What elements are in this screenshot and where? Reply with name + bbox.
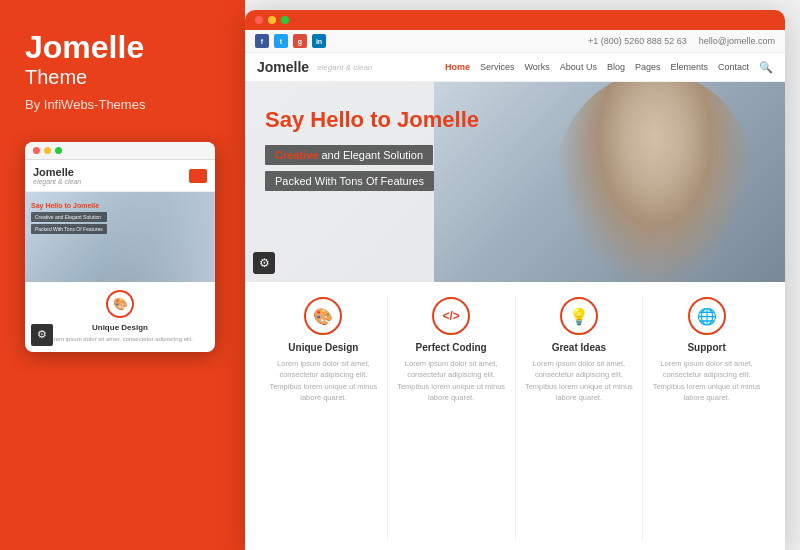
hero-content: Say Hello to Jomelle Creative and Elegan… xyxy=(265,107,479,195)
browser-dot-yellow xyxy=(268,16,276,24)
search-icon[interactable]: 🔍 xyxy=(759,61,773,74)
mobile-hero-line1: Creative and Elegant Solution xyxy=(31,212,107,222)
mobile-feature-title: Unique Design xyxy=(92,323,148,332)
dot-red xyxy=(33,147,40,154)
mobile-hero-person xyxy=(101,192,215,282)
browser-dot-red xyxy=(255,16,263,24)
feature-text-1: Lorem ipsum dolor sit amet, consectetur … xyxy=(396,358,507,403)
feature-support: 🌐 Support Lorem ipsum dolor sit amet, co… xyxy=(643,297,770,540)
hero-person-image xyxy=(555,82,755,282)
dot-yellow xyxy=(44,147,51,154)
hero-gear-button[interactable]: ⚙ xyxy=(253,252,275,274)
ideas-icon: 💡 xyxy=(560,297,598,335)
desktop-browser-content: f t g in +1 (800) 5260 888 52 63 hello@j… xyxy=(245,30,785,550)
site-header: Jomelle elegant & clean Home Services Wo… xyxy=(245,53,785,82)
features-section: 🎨 Unique Design Lorem ipsum dolor sit am… xyxy=(245,282,785,550)
mobile-hero: Say Hello to Jomelle Creative and Elegan… xyxy=(25,192,215,282)
linkedin-icon[interactable]: in xyxy=(312,34,326,48)
desktop-browser-topbar xyxy=(245,10,785,30)
right-panel: f t g in +1 (800) 5260 888 52 63 hello@j… xyxy=(245,10,785,550)
nav-blog[interactable]: Blog xyxy=(607,62,625,72)
brand-title: Jomelle xyxy=(25,30,144,65)
feature-title-2: Great Ideas xyxy=(552,342,606,353)
feature-great-ideas: 💡 Great Ideas Lorem ipsum dolor sit amet… xyxy=(516,297,644,540)
phone-number: +1 (800) 5260 888 52 63 xyxy=(588,36,687,46)
nav-pages[interactable]: Pages xyxy=(635,62,661,72)
site-logo: Jomelle xyxy=(257,59,309,75)
feature-perfect-coding: </> Perfect Coding Lorem ipsum dolor sit… xyxy=(388,297,516,540)
left-panel: Jomelle Theme By InfiWebs-Themes Jomelle… xyxy=(0,0,245,550)
mobile-hamburger-btn[interactable] xyxy=(189,169,207,183)
mobile-top-bar xyxy=(25,142,215,160)
unique-design-icon: 🎨 xyxy=(304,297,342,335)
hero-title: Say Hello to Jomelle xyxy=(265,107,479,133)
site-logo-tagline: elegant & clean xyxy=(317,63,372,72)
by-line: By InfiWebs-Themes xyxy=(25,97,145,112)
site-hero: Say Hello to Jomelle Creative and Elegan… xyxy=(245,82,785,282)
feature-title-3: Support xyxy=(687,342,725,353)
nav-about[interactable]: About Us xyxy=(560,62,597,72)
support-icon: 🌐 xyxy=(688,297,726,335)
nav-elements[interactable]: Elements xyxy=(670,62,708,72)
feature-title-0: Unique Design xyxy=(288,342,358,353)
mobile-gear-button[interactable]: ⚙ xyxy=(31,324,53,346)
email-address: hello@jomelle.com xyxy=(699,36,775,46)
mobile-hero-content: Say Hello to Jomelle Creative and Elegan… xyxy=(31,202,107,236)
mobile-hero-line2: Packed With Tons Of Features xyxy=(31,224,107,234)
feature-unique-design: 🎨 Unique Design Lorem ipsum dolor sit am… xyxy=(260,297,388,540)
nav-services[interactable]: Services xyxy=(480,62,515,72)
nav-works[interactable]: Works xyxy=(525,62,550,72)
coding-icon: </> xyxy=(432,297,470,335)
mobile-features-section: 🎨 Unique Design Lorem ipsum dolor sit am… xyxy=(25,282,215,351)
mobile-hero-title: Say Hello to Jomelle xyxy=(31,202,107,209)
nav-home[interactable]: Home xyxy=(445,62,470,72)
feature-text-3: Lorem ipsum dolor sit amet, consectetur … xyxy=(651,358,762,403)
feature-text-2: Lorem ipsum dolor sit amet, consectetur … xyxy=(524,358,635,403)
dot-green xyxy=(55,147,62,154)
twitter-icon[interactable]: t xyxy=(274,34,288,48)
site-nav: Home Services Works About Us Blog Pages … xyxy=(445,61,773,74)
nav-contact[interactable]: Contact xyxy=(718,62,749,72)
mobile-logo: Jomelle xyxy=(33,166,81,178)
facebook-icon[interactable]: f xyxy=(255,34,269,48)
mobile-nav: Jomelle elegant & clean xyxy=(25,160,215,192)
mobile-mockup: Jomelle elegant & clean Say Hello to Jom… xyxy=(25,142,215,351)
browser-dot-green xyxy=(281,16,289,24)
hero-line1: Creative and Elegant Solution xyxy=(265,145,433,165)
brand-subtitle: Theme xyxy=(25,65,87,89)
mobile-tagline: elegant & clean xyxy=(33,178,81,185)
googleplus-icon[interactable]: g xyxy=(293,34,307,48)
site-topbar: f t g in +1 (800) 5260 888 52 63 hello@j… xyxy=(245,30,785,53)
mobile-feature-text: Lorem ipsum dolor sit amet, consectetur … xyxy=(47,335,193,343)
hero-line2: Packed With Tons Of Features xyxy=(265,171,434,191)
feature-text-0: Lorem ipsum dolor sit amet, consectetur … xyxy=(268,358,379,403)
mobile-feature-icon: 🎨 xyxy=(106,290,134,318)
feature-title-1: Perfect Coding xyxy=(416,342,487,353)
social-links: f t g in xyxy=(255,34,326,48)
